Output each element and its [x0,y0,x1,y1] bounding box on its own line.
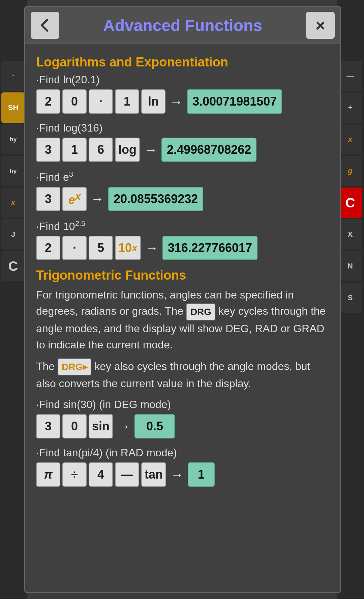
key-5: 5 [89,236,113,260]
key-1a: 1 [62,138,87,162]
key-0b: 0 [62,414,87,438]
trig-title: Trigonometric Functions [36,268,329,283]
key-dot1: · [89,89,113,114]
bg-right-strip: — + x g C X N S [337,0,364,599]
result-tan: 1 [188,462,215,487]
bg-btn-s: S [338,283,362,313]
key-10x: 10x [115,236,141,260]
key-dot2: · [62,236,87,260]
result-e3: 20.0855369232 [108,187,203,211]
drg-key-inline: DRG [186,304,215,320]
key-6: 6 [89,138,113,162]
back-button[interactable] [31,12,59,39]
key-0: 0 [62,89,87,114]
key-3b: 3 [36,187,60,211]
drg-arrow-key-inline: DRG▸ [58,359,91,375]
bg-btn-g: g [338,156,362,186]
find-ln-label: ·Find ln(20.1) [36,74,329,86]
bg-btn-n: N [338,251,362,281]
find-10x-label: ·Find 102.5 [36,219,329,233]
bg-btn-c-right: C [338,188,362,218]
bg-btn-hy1: hy [1,124,25,154]
bg-btn-plus: + [338,92,362,123]
key-ln: ln [141,89,165,114]
arrow-log: → [144,142,157,158]
key-minus: — [115,462,139,487]
key-div: ÷ [62,462,87,487]
find-e3-label: ·Find e3 [36,170,329,183]
arrow-e3: → [91,191,104,206]
key-ex: ex [62,187,87,211]
key-log: log [115,138,140,162]
find-sin-label: ·Find sin(30) (in DEG mode) [36,398,329,411]
trig-para-2: The DRG▸ key also cycles through the ang… [36,358,329,392]
advanced-functions-dialog: Advanced Functions × Logarithms and Expo… [24,6,341,593]
key-3a: 3 [36,138,60,162]
bg-btn-x-cap: X [338,219,362,250]
key-pi: π [36,462,60,487]
bg-btn-c-left: C [1,251,25,281]
arrow-tan: → [170,467,184,482]
key-4: 4 [89,462,113,487]
key-1: 1 [115,89,139,114]
10x-key-row: 2 · 5 10x → 316.227766017 [36,236,329,260]
key-tan: tan [141,462,166,487]
key-2: 2 [36,89,60,114]
ln-key-row: 2 0 · 1 ln → 3.00071981507 [36,89,329,114]
bg-btn-j: J [1,219,25,250]
dialog-header: Advanced Functions × [25,7,340,44]
log-exp-title: Logarithms and Exponentiation [36,55,329,69]
bg-btn-minus: — [338,61,362,91]
key-3c: 3 [36,414,60,438]
result-ln: 3.00071981507 [187,89,282,114]
find-tan-label: ·Find tan(pi/4) (in RAD mode) [36,447,329,459]
find-log-label: ·Find log(316) [36,122,329,134]
arrow-ln: → [170,94,183,109]
sin-key-row: 3 0 sin → 0.5 [36,414,329,438]
trig-desc-1: For trigonometric functions, angles can … [36,287,329,353]
key-sin: sin [89,414,113,438]
log-key-row: 3 1 6 log → 2.49968708262 [36,138,329,162]
result-sin: 0.5 [134,414,175,438]
result-10x: 316.227766017 [162,236,257,260]
bg-btn-dot: · [1,61,25,91]
bg-btn-hy2: hy [1,156,25,186]
e3-key-row: 3 ex → 20.0855369232 [36,187,329,211]
tan-key-row-partial: π ÷ 4 — tan → 1 [36,462,329,487]
bg-btn-x1: x [1,188,25,218]
bg-btn-sh: SH [1,92,25,123]
arrow-10x: → [145,240,158,256]
dialog-title: Advanced Functions [59,16,306,35]
bg-btn-x2: x [338,124,362,154]
dialog-content: Logarithms and Exponentiation ·Find ln(2… [25,44,340,495]
key-2b: 2 [36,236,60,260]
close-button[interactable]: × [306,12,335,39]
arrow-sin: → [117,419,130,434]
result-log: 2.49968708262 [161,138,256,162]
bg-left-strip: · SH hy hy x J C [0,0,27,599]
